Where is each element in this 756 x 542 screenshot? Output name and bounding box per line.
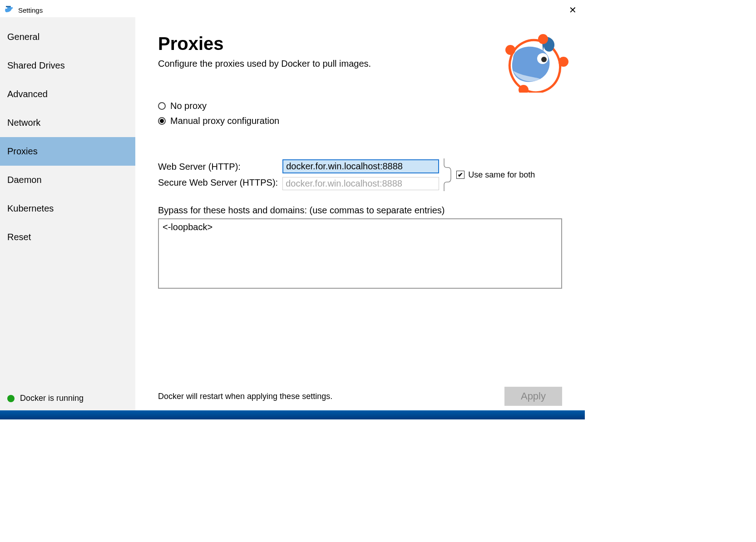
restart-notice: Docker will restart when applying these …	[158, 392, 332, 401]
bypass-label: Bypass for these hosts and domains: (use…	[158, 205, 562, 216]
radio-icon	[158, 117, 166, 125]
svg-point-6	[558, 57, 568, 67]
bypass-hosts-textarea[interactable]	[158, 218, 562, 289]
svg-rect-0	[6, 6, 10, 7]
docker-status: Docker is running	[0, 386, 135, 410]
titlebar: Settings ✕	[0, 0, 585, 17]
footer: Docker will restart when applying these …	[158, 387, 562, 406]
sidebar-item-network[interactable]: Network	[0, 108, 135, 137]
radio-icon	[158, 102, 166, 110]
window-title: Settings	[18, 6, 43, 14]
use-same-label: Use same for both	[468, 170, 535, 180]
sidebar-item-kubernetes[interactable]: Kubernetes	[0, 194, 135, 223]
svg-point-3	[541, 57, 547, 62]
sidebar: General Shared Drives Advanced Network P…	[0, 17, 135, 410]
titlebar-left: Settings	[5, 5, 43, 15]
taskbar-sliver	[0, 410, 585, 419]
proxy-server-fields: Web Server (HTTP): Secure Web Server (HT…	[158, 158, 562, 192]
http-label: Web Server (HTTP):	[158, 162, 278, 172]
main-panel: Proxies Configure the proxies used by Do…	[135, 17, 585, 410]
use-same-for-both-checkbox[interactable]: ✔ Use same for both	[456, 170, 535, 180]
docker-whale-orbit-icon	[499, 34, 571, 94]
content-area: General Shared Drives Advanced Network P…	[0, 17, 585, 410]
sidebar-item-proxies[interactable]: Proxies	[0, 137, 135, 166]
radio-manual-proxy-label: Manual proxy configuration	[170, 116, 279, 126]
close-button[interactable]: ✕	[565, 5, 580, 15]
status-indicator-icon	[7, 395, 15, 402]
status-text: Docker is running	[20, 394, 84, 403]
https-proxy-input	[282, 177, 439, 190]
http-proxy-input[interactable]	[282, 159, 439, 173]
sidebar-item-shared-drives[interactable]: Shared Drives	[0, 51, 135, 80]
sidebar-item-daemon[interactable]: Daemon	[0, 166, 135, 194]
sidebar-item-advanced[interactable]: Advanced	[0, 80, 135, 108]
svg-point-4	[505, 45, 515, 55]
checkbox-icon: ✔	[456, 171, 464, 179]
radio-manual-proxy[interactable]: Manual proxy configuration	[158, 116, 562, 126]
sidebar-item-reset[interactable]: Reset	[0, 223, 135, 251]
proxy-mode-radio-group: No proxy Manual proxy configuration	[158, 101, 562, 131]
docker-app-icon	[5, 5, 15, 15]
sidebar-item-general[interactable]: General	[0, 23, 135, 51]
radio-no-proxy[interactable]: No proxy	[158, 101, 562, 111]
apply-button[interactable]: Apply	[504, 387, 562, 406]
svg-point-5	[538, 34, 548, 44]
bracket-icon	[444, 158, 452, 192]
radio-no-proxy-label: No proxy	[170, 101, 207, 111]
https-label: Secure Web Server (HTTPS):	[158, 177, 278, 188]
